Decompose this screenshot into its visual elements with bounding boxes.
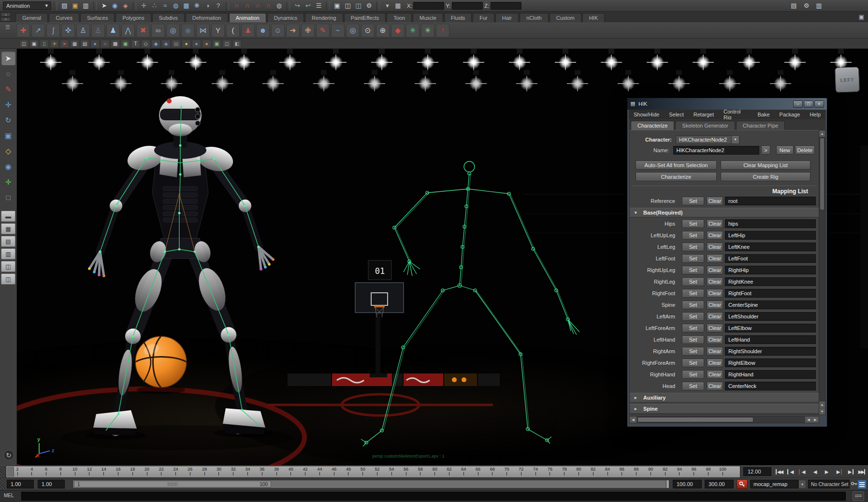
mask-rendering-icon[interactable]: ◑: [203, 1, 213, 11]
hik-tab[interactable]: Characterize: [631, 121, 674, 130]
collapsed-section-header[interactable]: ▸ Auxiliary: [630, 393, 819, 402]
character-set-key-icon[interactable]: [851, 481, 857, 488]
go-to-start-button[interactable]: ◀◀: [774, 466, 785, 477]
range-grip-dots[interactable]: [167, 482, 178, 486]
clear-button[interactable]: Clear: [707, 335, 723, 344]
command-input[interactable]: [21, 492, 846, 501]
hand-plus-icon[interactable]: ✙: [301, 24, 315, 37]
head-single-icon[interactable]: ☻: [256, 24, 270, 37]
last-tool[interactable]: □: [1, 190, 15, 204]
reference-value-field[interactable]: root: [725, 197, 816, 205]
minimize-button[interactable]: –: [793, 100, 803, 108]
auto-set-all-button[interactable]: Auto-Set All from Selection: [636, 160, 717, 170]
mask-dynamics-icon[interactable]: ❋: [192, 1, 202, 11]
ipr-render-icon[interactable]: ◫: [353, 1, 363, 11]
anim-snapshot-icon[interactable]: ◎: [346, 24, 360, 37]
command-language-toggle[interactable]: MEL: [4, 493, 14, 498]
select-hierarchy-icon[interactable]: ➤: [99, 1, 109, 11]
playback-start-field[interactable]: 1.00: [38, 480, 65, 488]
shelf-tab[interactable]: Rendering: [305, 13, 343, 22]
ghost-figure-icon[interactable]: ♙: [91, 24, 105, 37]
go-to-end-button[interactable]: ▶▶: [855, 466, 867, 477]
resolution-gate-icon[interactable]: ▣: [121, 40, 130, 48]
walk-figure-icon[interactable]: ♟: [106, 24, 120, 37]
scroll-right-button[interactable]: ▶: [812, 416, 819, 423]
camera-settings-icon[interactable]: ▣: [29, 40, 39, 48]
set-button[interactable]: Set: [682, 219, 704, 228]
field-chart-icon[interactable]: T: [131, 40, 140, 48]
grip-handle[interactable]: [0, 466, 6, 477]
green-star-icon[interactable]: ✳: [406, 24, 420, 37]
step-forward-frame-button[interactable]: ▶: [844, 466, 855, 477]
joint-chain-icon[interactable]: ⋀: [121, 24, 135, 37]
construction-history-icon[interactable]: ☰: [314, 1, 324, 11]
hik-menu-item[interactable]: Help: [805, 112, 825, 117]
shelf-tab[interactable]: Custom: [550, 13, 581, 22]
hik-tab[interactable]: Skeleton Generator: [675, 121, 735, 130]
joint-tool-icon[interactable]: ✚: [16, 24, 30, 37]
hik-menu-item[interactable]: Bake: [752, 112, 774, 117]
mapped-joint-field[interactable]: LeftFoot: [725, 254, 816, 263]
expand-name-button[interactable]: >: [761, 145, 770, 155]
soft-mod-tool[interactable]: ◉: [1, 159, 15, 173]
animation-start-field[interactable]: 1.00: [7, 480, 34, 488]
axis-icon[interactable]: ✛: [50, 40, 59, 48]
shelf-tab[interactable]: Deformation: [186, 13, 228, 22]
set-button[interactable]: Set: [682, 301, 704, 309]
shelf-tab[interactable]: Surfaces: [80, 13, 115, 22]
mapped-joint-field[interactable]: hips: [725, 219, 816, 228]
clear-button[interactable]: Clear: [707, 359, 723, 367]
snap-together-icon[interactable]: ◫: [19, 40, 29, 48]
mask-deformations-icon[interactable]: ▦: [181, 1, 191, 11]
play-forward-button[interactable]: ▶: [821, 466, 832, 477]
make-live-icon[interactable]: ◍: [274, 1, 284, 11]
outliner-pane-layout-button[interactable]: ◫: [1, 261, 15, 272]
mapped-joint-field[interactable]: CenterNeck: [725, 382, 816, 390]
attribute-editor-toggle-icon[interactable]: ▤: [789, 1, 799, 11]
skeleton-figure-icon[interactable]: ♙: [76, 24, 90, 37]
shelf-tab[interactable]: General: [15, 13, 48, 22]
tool-settings-toggle-icon[interactable]: ⚙: [801, 1, 811, 11]
key-light-icon[interactable]: ●: [182, 40, 191, 48]
clear-button[interactable]: Clear: [707, 347, 723, 356]
mask-curves-icon[interactable]: ≈: [160, 1, 170, 11]
set-button[interactable]: Set: [682, 277, 704, 286]
shelf-tab[interactable]: Fluids: [444, 13, 472, 22]
mapped-joint-field[interactable]: CenterSpine: [725, 301, 816, 309]
isolate-select-icon[interactable]: ▣: [212, 40, 221, 48]
set-button[interactable]: Set: [682, 231, 704, 240]
clear-button[interactable]: Clear: [707, 197, 723, 205]
mask-surfaces-icon[interactable]: ◍: [171, 1, 181, 11]
motion-trail-icon[interactable]: ~: [331, 24, 345, 37]
head-pair-icon[interactable]: ☺: [271, 24, 285, 37]
range-end-handle[interactable]: [666, 480, 669, 488]
clear-button[interactable]: Clear: [707, 243, 723, 251]
mirror-joint-icon[interactable]: ⋈: [196, 24, 210, 37]
scroll-left-button[interactable]: ◀: [805, 416, 812, 423]
range-slider-track[interactable]: 1 100: [72, 480, 669, 488]
shelf-tab[interactable]: Dynamics: [267, 13, 304, 22]
joint-pair-icon[interactable]: ∞: [151, 24, 165, 37]
base-required-section-header[interactable]: ▾ Base(Required): [630, 208, 819, 217]
delete-character-button[interactable]: Delete: [795, 145, 815, 155]
mapped-joint-field[interactable]: RightKnee: [725, 277, 816, 286]
socket-joint-icon[interactable]: ◉: [181, 24, 195, 37]
character-figure-icon[interactable]: ♟: [241, 24, 255, 37]
mapped-joint-field[interactable]: RightElbow: [725, 359, 816, 367]
single-pane-layout-button[interactable]: ▬: [1, 211, 15, 222]
ik-fk-blend-icon[interactable]: Y: [211, 24, 225, 37]
mapped-joint-field[interactable]: LeftHand: [725, 335, 816, 344]
set-button[interactable]: Set: [682, 197, 704, 205]
mapped-joint-field[interactable]: LeftShoulder: [725, 312, 816, 321]
scale-tool[interactable]: ▣: [1, 129, 15, 143]
hik-menu-item[interactable]: Retarget: [689, 112, 719, 117]
shaded-cube-icon[interactable]: ◆: [151, 40, 160, 48]
bookmark-icon[interactable]: ▯: [40, 40, 49, 48]
current-time-field[interactable]: 12.00: [743, 467, 771, 476]
chevron-down-icon[interactable]: ▾: [798, 480, 806, 488]
insert-joint-icon[interactable]: ✜: [61, 24, 75, 37]
graph-pane-layout-button[interactable]: ◫: [1, 273, 15, 285]
scroll-left-button[interactable]: ◀: [630, 416, 637, 423]
side-pane-layout-button[interactable]: ▥: [1, 248, 15, 259]
horizontal-scrollbar[interactable]: ◀ ⋯ ◀ ▶: [629, 416, 819, 423]
